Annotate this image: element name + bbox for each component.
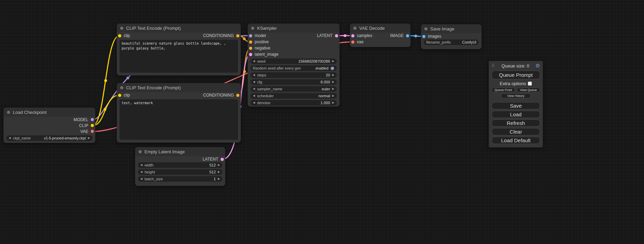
input-port-clip[interactable]: clip xyxy=(117,93,130,98)
save-button[interactable]: Save xyxy=(492,102,540,109)
node-clip-text-encode-positive[interactable]: CLIP Text Encode (Prompt) clip CONDITION… xyxy=(117,24,241,75)
node-title-bar[interactable]: KSampler xyxy=(248,24,339,33)
drag-handle-icon[interactable]: ⠿ xyxy=(492,63,495,68)
clip-port-dot[interactable] xyxy=(118,34,121,37)
node-save-image[interactable]: Save Image images filename_prefix ComfyU… xyxy=(421,24,482,49)
queue-front-button[interactable]: Queue Front xyxy=(492,88,515,92)
input-port-positive[interactable]: positive xyxy=(248,39,269,44)
collapse-dot-icon[interactable] xyxy=(424,27,427,30)
filename-prefix-widget[interactable]: filename_prefix ComfyUI xyxy=(424,39,479,45)
increment-arrow-icon[interactable]: ▶ xyxy=(332,88,334,90)
increment-arrow-icon[interactable]: ▶ xyxy=(218,171,220,173)
refresh-button[interactable]: Refresh xyxy=(492,119,540,127)
decrement-arrow-icon[interactable]: ◀ xyxy=(253,88,255,90)
node-title-bar[interactable]: Save Image xyxy=(421,24,482,33)
decrement-arrow-icon[interactable]: ◀ xyxy=(253,94,255,97)
increment-arrow-icon[interactable]: ▶ xyxy=(332,101,334,104)
node-title-bar[interactable]: Load Checkpoint xyxy=(3,108,95,117)
collapse-dot-icon[interactable] xyxy=(251,27,254,30)
load-default-button[interactable]: Load Default xyxy=(492,137,540,144)
node-load-checkpoint[interactable]: Load Checkpoint MODEL CLIP VAE ◀ ckpt_na… xyxy=(3,108,95,143)
latent-port-dot[interactable] xyxy=(221,158,224,161)
node-clip-text-encode-negative[interactable]: CLIP Text Encode (Prompt) clip CONDITION… xyxy=(117,83,241,143)
input-port-negative[interactable]: negative xyxy=(248,46,270,51)
collapse-dot-icon[interactable] xyxy=(120,27,123,30)
collapse-dot-icon[interactable] xyxy=(120,86,123,89)
output-port-latent[interactable]: LATENT xyxy=(203,157,225,162)
input-port-samples[interactable]: samples xyxy=(350,33,372,38)
decrement-arrow-icon[interactable]: ◀ xyxy=(140,171,142,173)
input-port-images[interactable]: images xyxy=(421,34,441,39)
input-port-clip[interactable]: clip xyxy=(117,33,130,38)
width-widget[interactable]: ◀ width 512 ▶ xyxy=(138,162,222,168)
view-history-button[interactable]: View History xyxy=(501,93,531,98)
clear-button[interactable]: Clear xyxy=(492,128,540,135)
node-ksampler[interactable]: KSampler model LATENT positive negative xyxy=(248,24,339,107)
output-port-image[interactable]: IMAGE xyxy=(390,33,411,38)
model-port-dot[interactable] xyxy=(91,118,94,121)
positive-prompt-textarea[interactable]: beautiful scenery nature glass bottle la… xyxy=(120,40,238,73)
clip-port-dot[interactable] xyxy=(118,94,121,97)
node-vae-decode[interactable]: VAE Decode samples IMAGE vae xyxy=(350,24,411,47)
decrement-arrow-icon[interactable]: ◀ xyxy=(140,178,142,180)
increment-arrow-icon[interactable]: ▶ xyxy=(88,137,90,139)
output-port-conditioning[interactable]: CONDITIONING xyxy=(203,33,241,38)
queue-prompt-button[interactable]: Queue Prompt xyxy=(492,71,540,79)
vae-port-dot[interactable] xyxy=(351,40,354,44)
decrement-arrow-icon[interactable]: ◀ xyxy=(253,60,255,63)
increment-arrow-icon[interactable]: ▶ xyxy=(218,164,220,166)
latent-port-dot[interactable] xyxy=(351,34,354,37)
increment-arrow-icon[interactable]: ▶ xyxy=(332,74,334,76)
toggle-icon[interactable] xyxy=(330,66,334,70)
image-port-dot[interactable] xyxy=(406,34,409,37)
batch-size-widget[interactable]: ◀ batch_size 1 ▶ xyxy=(138,176,222,182)
input-port-model[interactable]: model xyxy=(248,33,266,38)
node-title-bar[interactable]: Empty Latent Image xyxy=(135,147,225,156)
decrement-arrow-icon[interactable]: ◀ xyxy=(253,81,255,83)
vae-port-dot[interactable] xyxy=(91,130,94,133)
decrement-arrow-icon[interactable]: ◀ xyxy=(140,164,142,166)
decrement-arrow-icon[interactable]: ◀ xyxy=(253,74,255,76)
seed-widget[interactable]: ◀ seed 156680208700286 ▶ xyxy=(250,58,337,64)
load-button[interactable]: Load xyxy=(492,111,540,118)
conditioning-port-dot[interactable] xyxy=(236,94,239,97)
output-port-latent[interactable]: LATENT xyxy=(317,33,339,38)
settings-gear-icon[interactable]: ⚙ xyxy=(536,63,540,69)
conditioning-port-dot[interactable] xyxy=(249,47,252,50)
conditioning-port-dot[interactable] xyxy=(236,34,239,37)
collapse-dot-icon[interactable] xyxy=(353,27,356,30)
latent-port-dot[interactable] xyxy=(249,53,252,56)
increment-arrow-icon[interactable]: ▶ xyxy=(218,178,220,180)
steps-widget[interactable]: ◀ steps 20 ▶ xyxy=(250,72,337,78)
increment-arrow-icon[interactable]: ▶ xyxy=(332,81,334,83)
collapse-dot-icon[interactable] xyxy=(139,150,142,153)
increment-arrow-icon[interactable]: ▶ xyxy=(332,60,334,63)
cfg-widget[interactable]: ◀ cfg 8.000 ▶ xyxy=(250,79,337,85)
denoise-widget[interactable]: ◀ denoise 1.000 ▶ xyxy=(250,100,337,106)
input-port-latent-image[interactable]: latent_image xyxy=(248,52,279,57)
clip-port-dot[interactable] xyxy=(91,124,94,127)
sampler-name-widget[interactable]: ◀ sampler_name euler ▶ xyxy=(250,86,337,92)
conditioning-port-dot[interactable] xyxy=(249,40,252,44)
node-empty-latent-image[interactable]: Empty Latent Image LATENT ◀ width 512 ▶ … xyxy=(135,147,225,186)
output-port-model[interactable]: MODEL xyxy=(73,117,95,122)
negative-prompt-textarea[interactable]: text, watermark xyxy=(120,99,238,140)
random-seed-widget[interactable]: Random seed after every gen enabled xyxy=(250,65,337,71)
node-graph-canvas[interactable]: Load Checkpoint MODEL CLIP VAE ◀ ckpt_na… xyxy=(0,0,644,244)
node-title-bar[interactable]: CLIP Text Encode (Prompt) xyxy=(117,83,241,92)
scheduler-widget[interactable]: ◀ scheduler normal ▶ xyxy=(250,93,337,99)
output-port-conditioning[interactable]: CONDITIONING xyxy=(203,93,241,98)
ckpt-name-widget[interactable]: ◀ ckpt_name v1-5-pruned-emaonly.ckpt ▶ xyxy=(6,135,92,141)
extra-options-checkbox[interactable] xyxy=(528,82,532,85)
height-widget[interactable]: ◀ height 512 ▶ xyxy=(138,169,222,175)
decrement-arrow-icon[interactable]: ◀ xyxy=(9,137,11,139)
node-title-bar[interactable]: VAE Decode xyxy=(350,24,411,33)
latent-port-dot[interactable] xyxy=(335,34,338,37)
increment-arrow-icon[interactable]: ▶ xyxy=(332,94,334,97)
image-port-dot[interactable] xyxy=(422,35,425,38)
view-queue-button[interactable]: View Queue xyxy=(517,88,540,92)
decrement-arrow-icon[interactable]: ◀ xyxy=(253,101,255,104)
output-port-clip[interactable]: CLIP xyxy=(79,123,95,128)
model-port-dot[interactable] xyxy=(249,34,252,37)
input-port-vae[interactable]: vae xyxy=(350,39,363,44)
